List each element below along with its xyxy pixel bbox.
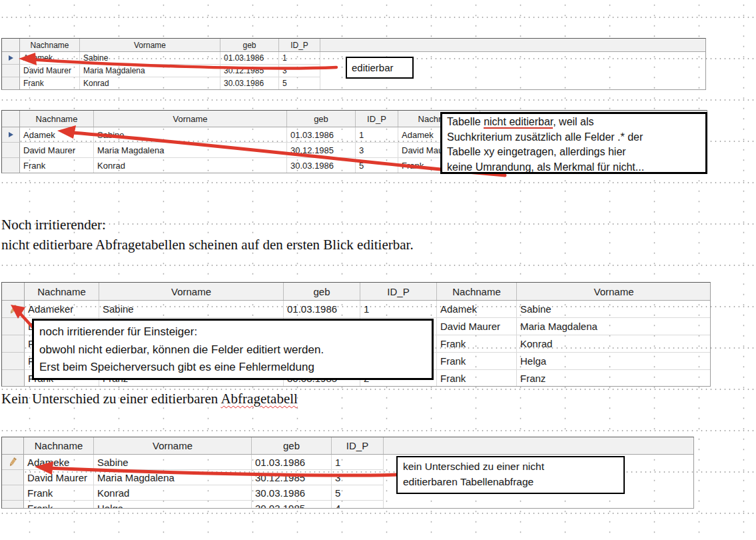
table-cell[interactable]: 30.03.1986 — [287, 158, 356, 173]
column-header[interactable]: Nachname — [437, 283, 517, 300]
column-header[interactable]: ID_P — [279, 39, 320, 51]
table-cell[interactable]: 30.03.1986 — [252, 485, 332, 501]
table-cell[interactable]: David Maurer — [24, 470, 94, 485]
table-cell[interactable]: 1 — [332, 455, 384, 470]
row-header-stub[interactable] — [2, 111, 20, 127]
table-cell[interactable]: Frank — [24, 501, 94, 509]
table-cell[interactable]: Sabine — [99, 301, 284, 318]
table-cell[interactable]: Adameke — [24, 455, 94, 470]
column-header[interactable]: Nachname — [25, 283, 99, 300]
table-cell[interactable]: 30.03.1986 — [220, 77, 279, 90]
column-header[interactable]: Vorname — [99, 283, 284, 300]
row-header[interactable] — [2, 127, 20, 143]
row-header-stub[interactable] — [2, 437, 24, 454]
table-cell[interactable]: Sabine — [94, 455, 252, 470]
column-header[interactable]: Vorname — [94, 437, 252, 454]
column-header[interactable]: Nachname — [20, 111, 94, 127]
column-header[interactable]: geb — [252, 437, 332, 454]
table-cell[interactable]: 3 — [356, 143, 398, 158]
table-cell[interactable]: Konrad — [517, 335, 711, 353]
table-cell[interactable]: 3 — [279, 65, 320, 77]
edit-pencil-icon — [7, 457, 18, 467]
column-header[interactable]: ID_P — [360, 283, 437, 300]
table-cell[interactable]: Sabine — [517, 301, 711, 318]
table-row: AdamekerSabine01.03.19861AdamekSabine — [2, 301, 710, 318]
column-header[interactable]: Vorname — [80, 39, 220, 51]
table-cell[interactable]: Frank — [437, 370, 517, 387]
table-cell[interactable]: 5 — [356, 158, 398, 173]
column-header[interactable]: ID_P — [332, 437, 384, 454]
caption-kein-unterschied: Kein Unterschied zu einer editierbaren A… — [1, 389, 298, 409]
row-header[interactable] — [2, 65, 20, 77]
row-header[interactable] — [2, 485, 24, 501]
table-cell[interactable]: 4 — [332, 501, 384, 509]
column-header[interactable]: geb — [284, 283, 360, 300]
row-header[interactable] — [2, 470, 24, 485]
table-cell[interactable]: Konrad — [94, 158, 287, 173]
table-cell[interactable]: Adamek — [20, 52, 80, 65]
table-cell[interactable]: Frank — [20, 158, 94, 173]
table-cell[interactable]: Helga — [517, 353, 711, 370]
table-cell[interactable]: 30.12.1985 — [252, 470, 332, 485]
table-cell[interactable]: Frank — [24, 485, 94, 501]
row-header[interactable] — [2, 501, 24, 509]
column-header[interactable]: geb — [287, 111, 356, 127]
table-cell[interactable]: 3 — [332, 470, 384, 485]
row-header[interactable] — [2, 353, 25, 370]
row-header-stub[interactable] — [2, 39, 20, 51]
table-cell[interactable]: Frank — [20, 77, 80, 90]
row-header[interactable] — [2, 335, 25, 353]
table-cell[interactable]: Frank — [437, 353, 517, 370]
column-header[interactable]: Vorname — [94, 111, 287, 127]
row-header[interactable] — [2, 77, 20, 90]
table-cell[interactable]: Sabine — [80, 52, 220, 65]
table-cell[interactable]: 30.12.1985 — [287, 143, 356, 158]
table-cell[interactable]: 5 — [332, 485, 384, 501]
note-line: Tabelle xy eingetragen, allerdings hier — [447, 145, 701, 160]
table-cell[interactable]: 5 — [279, 77, 320, 90]
table-cell[interactable]: 01.03.1986 — [252, 455, 332, 470]
row-header[interactable] — [2, 370, 25, 387]
table-cell[interactable]: Maria Magdalena — [94, 470, 252, 485]
table-cell[interactable]: Adamek — [20, 127, 94, 143]
table-cell[interactable]: Maria Magdalena — [517, 318, 711, 335]
table-cell[interactable]: Adameker — [25, 301, 99, 318]
table-cell[interactable]: Maria Magdalena — [94, 143, 287, 158]
table-cell[interactable]: Frank — [437, 335, 517, 353]
table-cell[interactable]: Maria Magdalena — [80, 65, 220, 77]
row-header[interactable] — [2, 52, 20, 65]
column-header[interactable]: geb — [220, 39, 279, 51]
red-underlined-text: nicht editierbar — [484, 116, 553, 129]
row-header[interactable] — [2, 301, 25, 318]
table-cell[interactable]: 1 — [360, 301, 437, 318]
note-line: obwohl nicht edierbar, können die Felder… — [39, 341, 426, 359]
row-header[interactable] — [2, 455, 24, 470]
table-cell[interactable]: David Maurer — [20, 143, 94, 158]
column-header[interactable]: ID_P — [356, 111, 398, 127]
table-cell[interactable]: 01.03.1986 — [287, 127, 356, 143]
table-cell[interactable]: 1 — [356, 127, 398, 143]
table-cell[interactable]: Adamek — [437, 301, 517, 318]
editierbar-label: editierbar — [352, 62, 394, 73]
table-cell[interactable]: 30.12.1985 — [220, 65, 279, 77]
table-cell[interactable]: Konrad — [94, 485, 252, 501]
table-cell[interactable]: Franz — [517, 370, 711, 387]
tabellenabfrage-note-box: kein Unterschied zu einer nicht editierb… — [396, 456, 625, 494]
row-header[interactable] — [2, 143, 20, 158]
table-cell[interactable]: 30.03.1985 — [252, 501, 332, 509]
table-cell[interactable]: David Maurer — [437, 318, 517, 335]
table-cell[interactable]: 1 — [279, 52, 320, 65]
row-header[interactable] — [2, 318, 25, 335]
table-cell[interactable]: Sabine — [94, 127, 287, 143]
row-header-stub[interactable] — [2, 283, 25, 300]
column-header[interactable]: Nachname — [20, 39, 80, 51]
caption-noch-irritierender: Noch irritierender: nicht editierbare Ab… — [1, 215, 414, 255]
row-header[interactable] — [2, 158, 20, 173]
table-cell[interactable]: David Maurer — [20, 65, 80, 77]
column-header[interactable]: Nachname — [24, 437, 94, 454]
table-cell[interactable]: 01.03.1986 — [284, 301, 360, 318]
table-cell[interactable]: Helga — [94, 501, 252, 509]
table-cell[interactable]: Konrad — [80, 77, 220, 90]
table-cell[interactable]: 01.03.1986 — [220, 52, 279, 65]
column-header[interactable]: Vorname — [517, 283, 711, 300]
